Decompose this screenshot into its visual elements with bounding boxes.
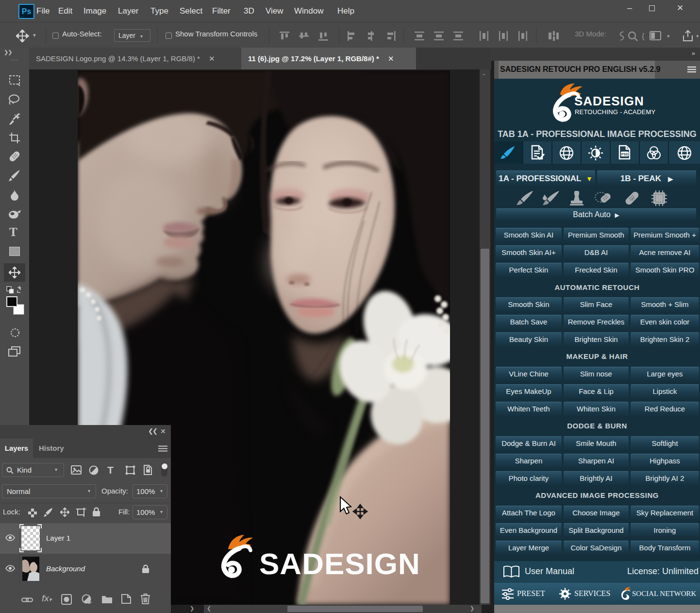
svg-text:RETOUCHING - ACADEMY: RETOUCHING - ACADEMY bbox=[575, 108, 655, 116]
svg-text:SADESIGN: SADESIGN bbox=[259, 547, 420, 580]
svg-text:SADESIGN: SADESIGN bbox=[574, 94, 644, 108]
svg-text:PSD: PSD bbox=[621, 153, 628, 156]
